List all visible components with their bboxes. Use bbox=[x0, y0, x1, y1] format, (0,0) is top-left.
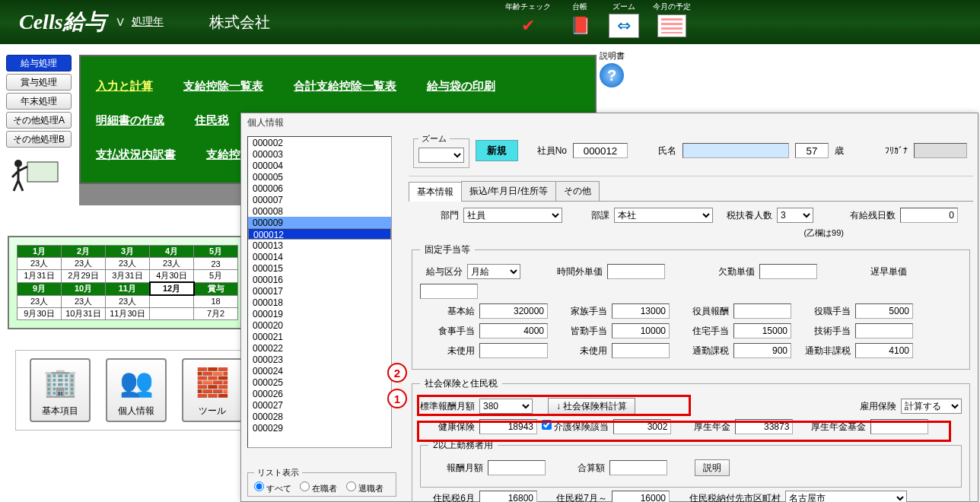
employee-row[interactable]: 000005 bbox=[248, 171, 391, 183]
age-field[interactable] bbox=[795, 143, 829, 158]
menu-yearend[interactable]: 年末処理 bbox=[6, 93, 72, 110]
dependents-select[interactable]: 3 bbox=[777, 208, 813, 223]
emp-ins-select[interactable]: 計算する bbox=[901, 399, 962, 414]
meal-allow[interactable] bbox=[479, 323, 548, 338]
employee-row[interactable]: 000020 bbox=[248, 319, 391, 331]
employee-row[interactable]: 000029 bbox=[248, 422, 391, 434]
employee-row[interactable]: 000007 bbox=[248, 194, 391, 205]
employee-row[interactable]: 000015 bbox=[248, 262, 391, 274]
nav-deduction-list[interactable]: 支給控除一覧表 bbox=[183, 79, 263, 94]
menu-bonus[interactable]: 賞与処理 bbox=[6, 74, 72, 91]
employee-row[interactable]: 000016 bbox=[248, 274, 391, 285]
unused1[interactable] bbox=[479, 343, 548, 358]
menu-salary[interactable]: 給与処理 bbox=[6, 55, 72, 71]
health-ins[interactable] bbox=[479, 419, 537, 434]
filter-all[interactable]: すべて bbox=[254, 484, 291, 493]
filter-active[interactable]: 在職者 bbox=[300, 484, 337, 493]
employee-row[interactable]: 000014 bbox=[248, 251, 391, 262]
care-checkbox[interactable]: 介護保険該当 bbox=[542, 420, 609, 434]
tab-bar: 基本情報 振込/年月日/住所等 その他 bbox=[409, 181, 973, 202]
family-allow[interactable] bbox=[612, 303, 670, 319]
perfect-allow[interactable] bbox=[612, 323, 670, 338]
employee-row[interactable]: 000022 bbox=[248, 342, 391, 354]
section-select[interactable]: 本社 bbox=[614, 208, 713, 223]
new-button[interactable]: 新規 bbox=[476, 140, 518, 161]
employee-list[interactable]: 0000020000030000040000050000060000070000… bbox=[247, 136, 392, 448]
tools-icon: 🧱 bbox=[196, 360, 230, 405]
left-menu: 給与処理 賞与処理 年末処理 その他処理A その他処理B bbox=[6, 55, 73, 200]
pension[interactable] bbox=[735, 419, 793, 434]
nav-create-slip[interactable]: 明細書の作成 bbox=[96, 113, 164, 128]
position-allow[interactable] bbox=[855, 303, 913, 319]
nav-total-list[interactable]: 合計支給控除一覧表 bbox=[294, 79, 396, 94]
employee-row[interactable]: 000028 bbox=[248, 411, 391, 422]
employee-row[interactable]: 000026 bbox=[248, 388, 391, 399]
employee-row[interactable]: 000012 bbox=[248, 228, 391, 240]
people-icon: 👥 bbox=[119, 360, 154, 405]
employee-row[interactable]: 000024 bbox=[248, 365, 391, 376]
employee-row[interactable]: 000019 bbox=[248, 308, 391, 319]
pension-fund[interactable] bbox=[870, 419, 928, 434]
tools-button[interactable]: 🧱ツール bbox=[182, 358, 243, 422]
furigana-field[interactable] bbox=[914, 143, 967, 158]
resident-tax-7[interactable] bbox=[612, 491, 670, 502]
employee-row[interactable]: 000006 bbox=[248, 183, 391, 194]
menu-other-b[interactable]: その他処理B bbox=[6, 131, 72, 148]
employee-row[interactable]: 000002 bbox=[248, 137, 391, 148]
base-pay[interactable] bbox=[479, 303, 548, 319]
std-monthly-select[interactable]: 380 bbox=[479, 399, 533, 414]
nav-payment-detail[interactable]: 支払状況内訳書 bbox=[96, 148, 176, 162]
care-ins[interactable] bbox=[613, 419, 671, 434]
officer-pay[interactable] bbox=[733, 303, 791, 319]
employee-row[interactable]: 000021 bbox=[248, 331, 391, 342]
nav-deduction-2[interactable]: 支給控 bbox=[206, 148, 240, 162]
nav-resident-tax[interactable]: 住民税 bbox=[195, 113, 229, 128]
dept-select[interactable]: 社員 bbox=[463, 208, 562, 223]
tech-allow[interactable] bbox=[855, 323, 913, 338]
paytype-select[interactable]: 月給 bbox=[467, 264, 520, 279]
tab-basic[interactable]: 基本情報 bbox=[409, 182, 462, 202]
absent-rate[interactable] bbox=[759, 264, 817, 279]
filter-retired[interactable]: 退職者 bbox=[346, 484, 383, 493]
building-icon: 🏢 bbox=[43, 360, 78, 405]
menu-other-a[interactable]: その他処理A bbox=[6, 112, 72, 129]
explain-button[interactable]: 説明 bbox=[695, 459, 730, 476]
report-monthly[interactable] bbox=[488, 460, 546, 475]
employee-row[interactable]: 000009 bbox=[248, 217, 391, 228]
housing-allow[interactable] bbox=[733, 323, 791, 338]
sum-amount[interactable] bbox=[609, 460, 667, 475]
resident-tax-dest[interactable]: 名古屋市 bbox=[785, 491, 907, 502]
employee-row[interactable]: 000023 bbox=[248, 354, 391, 365]
help-icon[interactable]: ? bbox=[600, 63, 624, 87]
ledger-button[interactable]: 台帳📕 bbox=[565, 2, 595, 38]
employee-row[interactable]: 000017 bbox=[248, 285, 391, 297]
employee-row[interactable]: 000013 bbox=[248, 240, 391, 251]
age-check-button[interactable]: 年齢チェック✔ bbox=[505, 2, 551, 38]
name-field[interactable] bbox=[682, 143, 789, 158]
empno-field[interactable] bbox=[573, 143, 628, 158]
commute-notax[interactable] bbox=[855, 343, 913, 358]
tab-transfer[interactable]: 振込/年月日/住所等 bbox=[461, 181, 556, 201]
employee-row[interactable]: 000003 bbox=[248, 148, 391, 160]
employee-row[interactable]: 000018 bbox=[248, 297, 391, 308]
employee-row[interactable]: 000027 bbox=[248, 399, 391, 411]
resident-tax-6[interactable] bbox=[479, 491, 537, 502]
late-rate[interactable] bbox=[420, 284, 478, 299]
otsu-note: (乙欄は99) bbox=[409, 227, 973, 239]
paid-leave-field[interactable] bbox=[900, 208, 958, 223]
employee-row[interactable]: 000008 bbox=[248, 205, 391, 217]
commute-tax[interactable] bbox=[733, 343, 791, 358]
unused2[interactable] bbox=[612, 343, 670, 358]
personal-info-button[interactable]: 👥個人情報 bbox=[106, 358, 167, 422]
zoom-button[interactable]: ズーム⇔ bbox=[609, 2, 639, 38]
tab-other[interactable]: その他 bbox=[555, 181, 600, 201]
schedule-button[interactable]: 今月の予定 bbox=[653, 2, 691, 38]
nav-print-envelope[interactable]: 給与袋の印刷 bbox=[427, 79, 495, 94]
calc-insurance-button[interactable]: ↓ 社会保険料計算 bbox=[548, 398, 635, 415]
employee-row[interactable]: 000004 bbox=[248, 160, 391, 171]
ot-rate[interactable] bbox=[607, 264, 665, 279]
basic-items-button[interactable]: 🏢基本項目 bbox=[30, 358, 91, 422]
zoom-select[interactable] bbox=[418, 148, 464, 163]
nav-input-calc[interactable]: 入力と計算 bbox=[96, 79, 153, 94]
employee-row[interactable]: 000025 bbox=[248, 376, 391, 388]
